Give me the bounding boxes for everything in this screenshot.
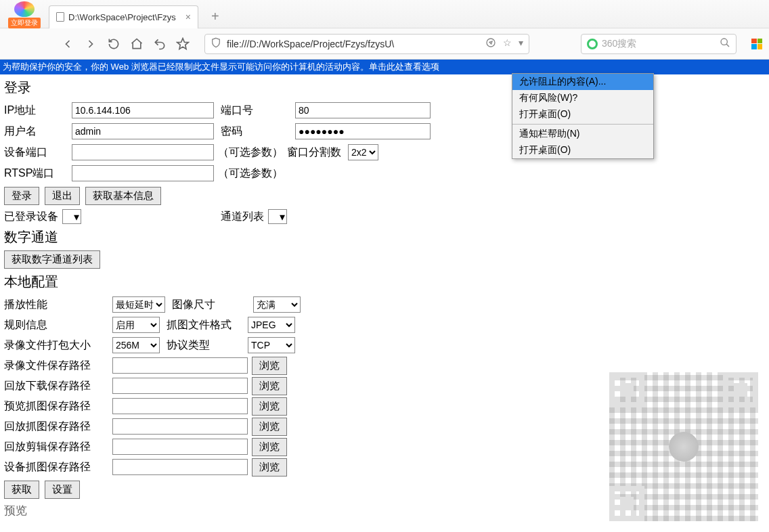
devport-input[interactable]	[72, 144, 214, 160]
address-text: file:///D:/WorkSpace/Project/Fzys/fzysU\	[227, 39, 477, 49]
star-icon[interactable]	[176, 37, 190, 51]
search-engine-icon	[587, 39, 598, 49]
user-label: 用户名	[4, 125, 72, 139]
security-warning-bar[interactable]: 为帮助保护你的安全，你的 Web 浏览器已经限制此文件显示可能访问你的计算机的活…	[0, 60, 769, 74]
img-size-select[interactable]: 充满	[253, 296, 301, 313]
rec-size-label: 录像文件打包大小	[4, 338, 112, 353]
ip-input[interactable]	[72, 102, 214, 118]
path-device-cap-input[interactable]	[112, 459, 248, 475]
logged-devices-label: 已登录设备	[4, 210, 58, 224]
split-select[interactable]: 2x2	[348, 144, 378, 160]
local-heading: 本地配置	[4, 273, 765, 291]
fav-star-icon[interactable]: ☆	[503, 37, 512, 50]
port-label: 端口号	[221, 104, 295, 118]
pwd-input[interactable]	[295, 123, 431, 139]
search-bar[interactable]: 360搜索	[581, 34, 737, 54]
close-tab-icon[interactable]: ×	[185, 12, 191, 22]
path-playback-dl-label: 回放下载保存路径	[4, 379, 112, 393]
nav-icon-group	[61, 37, 190, 51]
file-icon	[56, 12, 64, 22]
browse-device-cap-button[interactable]: 浏览	[252, 458, 287, 476]
img-size-label: 图像尺寸	[172, 298, 253, 312]
home-icon[interactable]	[130, 37, 144, 51]
menu-open-desktop-2[interactable]: 打开桌面(O)	[512, 142, 653, 158]
shield-icon	[211, 37, 221, 50]
qr-center-icon	[669, 432, 699, 462]
path-rec-label: 录像文件保存路径	[4, 359, 112, 373]
tab-title: D:\WorkSpace\Project\Fzys	[68, 12, 176, 22]
menu-notify-help[interactable]: 通知栏帮助(N)	[512, 126, 653, 142]
getinfo-button[interactable]: 获取基本信息	[85, 187, 161, 205]
devport-label: 设备端口	[4, 146, 72, 160]
svg-point-1	[721, 39, 727, 45]
apps-grid-icon[interactable]	[751, 39, 762, 49]
browse-preview-cap-button[interactable]: 浏览	[252, 397, 287, 416]
rule-info-label: 规则信息	[4, 318, 112, 332]
ip-label: IP地址	[4, 104, 72, 118]
path-playback-clip-label: 回放剪辑保存路径	[4, 440, 112, 454]
pwd-label: 密码	[221, 125, 295, 139]
rec-size-select[interactable]: 256M	[112, 337, 160, 353]
search-icon[interactable]	[720, 37, 730, 50]
forward-icon[interactable]	[84, 37, 97, 51]
rule-info-select[interactable]: 启用	[112, 317, 160, 333]
browse-playback-dl-button[interactable]: 浏览	[252, 377, 287, 395]
login-button[interactable]: 登录	[4, 187, 39, 205]
chevron-down-icon[interactable]: ▾	[519, 37, 523, 50]
rtsp-input[interactable]	[72, 165, 214, 181]
play-perf-select[interactable]: 最短延时	[112, 296, 165, 313]
path-playback-dl-input[interactable]	[112, 378, 248, 394]
browser-toolbar: file:///D:/WorkSpace/Project/Fzys/fzysU\…	[0, 28, 769, 60]
logout-button[interactable]: 退出	[45, 187, 80, 205]
path-device-cap-label: 设备抓图保存路径	[4, 460, 112, 474]
browse-playback-clip-button[interactable]: 浏览	[252, 438, 287, 456]
channel-list-label: 通道列表	[221, 210, 264, 224]
split-label: 窗口分割数	[287, 146, 341, 160]
svg-point-0	[487, 39, 495, 47]
browse-playback-cap-button[interactable]: 浏览	[252, 418, 287, 436]
play-perf-label: 播放性能	[4, 298, 112, 312]
path-preview-cap-input[interactable]	[112, 398, 248, 414]
proto-select[interactable]: TCP	[248, 337, 295, 353]
get-channel-list-button[interactable]: 获取数字通道列表	[4, 250, 100, 269]
back-icon[interactable]	[61, 37, 74, 51]
address-bar[interactable]: file:///D:/WorkSpace/Project/Fzys/fzysU\…	[204, 34, 529, 54]
qr-code	[602, 365, 765, 528]
path-preview-cap-label: 预览抓图保存路径	[4, 399, 112, 414]
cap-fmt-label: 抓图文件格式	[167, 318, 248, 332]
rtsp-label: RTSP端口	[4, 167, 72, 181]
menu-open-desktop-1[interactable]: 打开桌面(O)	[512, 106, 653, 123]
menu-separator	[512, 124, 653, 125]
user-input[interactable]	[72, 123, 214, 139]
security-warning-text: 为帮助保护你的安全，你的 Web 浏览器已经限制此文件显示可能访问你的计算机的活…	[3, 61, 439, 73]
browser-tab[interactable]: D:\WorkSpace\Project\Fzys ×	[49, 5, 198, 28]
menu-risk[interactable]: 有何风险(W)?	[512, 90, 653, 106]
browse-rec-button[interactable]: 浏览	[252, 357, 287, 375]
menu-allow-blocked[interactable]: 允许阻止的内容(A)...	[512, 74, 653, 90]
reload-icon[interactable]	[107, 37, 120, 51]
search-placeholder: 360搜索	[602, 38, 716, 50]
browser-tab-bar: 立即登录 D:\WorkSpace\Project\Fzys × +	[0, 0, 769, 28]
digital-heading: 数字通道	[4, 228, 765, 246]
rtsp-note: （可选参数）	[218, 167, 283, 181]
new-tab-button[interactable]: +	[204, 5, 227, 28]
login-now-badge[interactable]: 立即登录	[8, 18, 41, 28]
undo-icon[interactable]	[153, 37, 167, 51]
get-button[interactable]: 获取	[4, 481, 39, 499]
logged-devices-select[interactable]: ▾	[62, 209, 81, 224]
path-playback-cap-input[interactable]	[112, 418, 248, 435]
cap-fmt-select[interactable]: JPEG	[248, 317, 295, 333]
proto-label: 协议类型	[167, 338, 248, 353]
set-button[interactable]: 设置	[45, 481, 80, 499]
path-playback-cap-label: 回放抓图保存路径	[4, 420, 112, 434]
swirl-icon	[14, 1, 35, 17]
port-input[interactable]	[295, 102, 431, 118]
security-context-menu: 允许阻止的内容(A)... 有何风险(W)? 打开桌面(O) 通知栏帮助(N) …	[512, 73, 654, 159]
path-rec-input[interactable]	[112, 357, 248, 374]
devport-note: （可选参数）	[218, 146, 283, 160]
browser-logo[interactable]: 立即登录	[0, 0, 49, 28]
channel-list-select[interactable]: ▾	[268, 209, 287, 224]
compass-icon[interactable]	[485, 37, 496, 50]
path-playback-clip-input[interactable]	[112, 439, 248, 455]
